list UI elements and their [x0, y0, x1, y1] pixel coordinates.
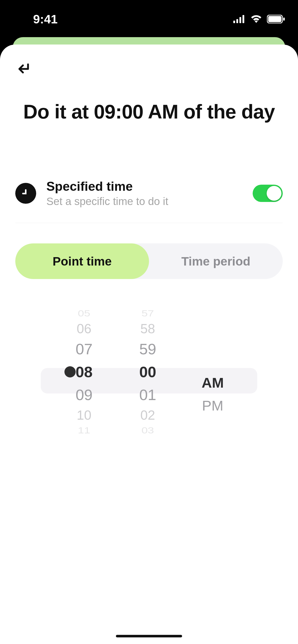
hour-option[interactable]: 10	[67, 406, 101, 424]
minute-option[interactable]: 59	[131, 338, 164, 360]
ampm-option-selected[interactable]: AM	[195, 371, 231, 394]
minute-wheel[interactable]: 57 58 59 00 01 02 03	[131, 307, 164, 437]
minute-option[interactable]: 02	[131, 406, 164, 424]
specified-time-toggle[interactable]	[253, 185, 283, 202]
svg-rect-2	[239, 17, 241, 23]
time-mode-segmented: Point time Time period	[15, 243, 283, 279]
specified-time-label: Specified time	[46, 179, 242, 194]
svg-rect-3	[242, 15, 244, 23]
minute-option-selected[interactable]: 00	[131, 360, 164, 383]
minute-option[interactable]: 58	[131, 320, 164, 338]
status-bar: 9:41	[0, 0, 298, 38]
back-arrow-icon	[16, 61, 32, 77]
segment-time-period[interactable]: Time period	[149, 243, 283, 279]
ampm-option[interactable]: PM	[195, 394, 231, 417]
status-time: 9:41	[33, 12, 58, 26]
specified-time-sub: Set a specific time to do it	[46, 195, 242, 208]
svg-rect-6	[283, 18, 285, 21]
hour-wheel[interactable]: 05 06 07 08 09 10 11	[67, 307, 101, 437]
segment-point-time[interactable]: Point time	[15, 243, 149, 279]
ampm-wheel[interactable]: AM PM	[195, 307, 231, 417]
hour-value: 08	[76, 363, 93, 381]
clock-icon	[20, 187, 32, 199]
phone-frame: 9:41 Do	[0, 0, 298, 644]
cellular-icon	[233, 15, 246, 23]
svg-rect-1	[236, 19, 238, 23]
minute-option[interactable]: 57	[131, 308, 164, 318]
page-title: Do it at 09:00 AM of the day	[15, 98, 283, 126]
svg-rect-5	[268, 16, 281, 22]
minute-option[interactable]: 01	[131, 383, 164, 406]
picker-columns: 05 06 07 08 09 10 11 57 58 59 00 0	[67, 307, 231, 447]
specified-time-text: Specified time Set a specific time to do…	[46, 179, 242, 208]
hour-option-selected[interactable]: 08	[67, 360, 101, 383]
hour-option[interactable]: 05	[67, 308, 101, 318]
clock-badge	[15, 183, 36, 204]
time-picker: 05 06 07 08 09 10 11 57 58 59 00 0	[15, 307, 283, 447]
svg-rect-0	[233, 21, 235, 23]
hour-option[interactable]: 11	[67, 425, 101, 435]
hour-option[interactable]: 07	[67, 338, 101, 360]
hour-option[interactable]: 09	[67, 383, 101, 406]
bottom-sheet: Do it at 09:00 AM of the day Specified t…	[0, 45, 298, 644]
wifi-icon	[250, 15, 262, 23]
status-icons	[233, 15, 285, 23]
specified-time-row: Specified time Set a specific time to do…	[15, 179, 283, 223]
hour-option[interactable]: 06	[67, 320, 101, 338]
battery-icon	[267, 15, 285, 23]
hour-selection-dot-icon	[64, 366, 76, 377]
minute-option[interactable]: 03	[131, 425, 164, 435]
home-indicator[interactable]	[116, 635, 182, 637]
back-button[interactable]	[15, 60, 33, 78]
toggle-thumb	[267, 186, 281, 201]
